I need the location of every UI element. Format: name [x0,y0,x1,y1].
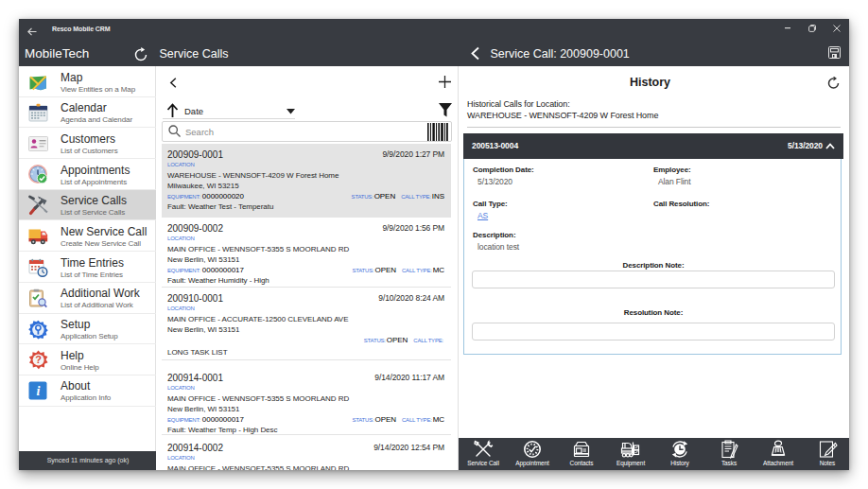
svg-text:?: ? [35,355,42,366]
svg-text:i: i [37,384,41,398]
